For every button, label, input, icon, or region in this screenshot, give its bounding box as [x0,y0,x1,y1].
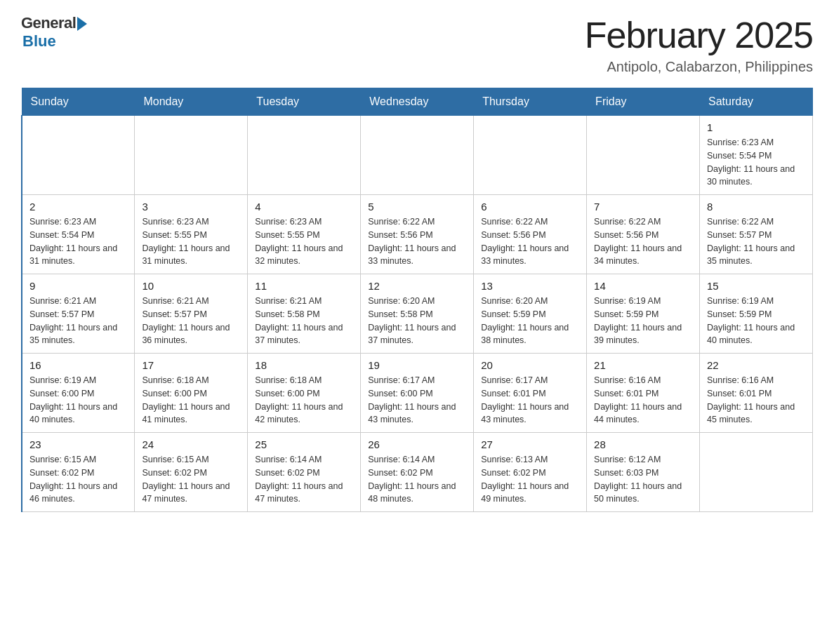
calendar-day-cell: 16Sunrise: 6:19 AMSunset: 6:00 PMDayligh… [22,354,135,433]
day-info: Sunrise: 6:21 AMSunset: 5:57 PMDaylight:… [142,295,240,347]
day-number: 26 [368,438,466,450]
calendar-day-cell [474,116,587,195]
day-info: Sunrise: 6:15 AMSunset: 6:02 PMDaylight:… [29,453,127,506]
day-number: 9 [29,280,127,292]
calendar-day-cell: 28Sunrise: 6:12 AMSunset: 6:03 PMDayligh… [587,433,700,512]
day-number: 6 [481,201,579,213]
calendar-week-row: 23Sunrise: 6:15 AMSunset: 6:02 PMDayligh… [22,433,813,512]
title-block: February 2025 Antipolo, Calabarzon, Phil… [585,14,813,75]
calendar-week-row: 1Sunrise: 6:23 AMSunset: 5:54 PMDaylight… [22,116,813,195]
day-info: Sunrise: 6:22 AMSunset: 5:56 PMDaylight:… [368,215,466,268]
calendar-day-cell [248,116,361,195]
calendar-subtitle: Antipolo, Calabarzon, Philippines [585,59,813,75]
logo-general-text: General [21,14,76,32]
day-info: Sunrise: 6:15 AMSunset: 6:02 PMDaylight:… [142,453,240,506]
day-info: Sunrise: 6:16 AMSunset: 6:01 PMDaylight:… [594,374,692,427]
day-number: 25 [255,438,353,450]
logo-arrow-icon [77,17,87,31]
day-number: 15 [707,280,805,292]
calendar-week-row: 16Sunrise: 6:19 AMSunset: 6:00 PMDayligh… [22,354,813,433]
calendar-day-cell: 27Sunrise: 6:13 AMSunset: 6:02 PMDayligh… [474,433,587,512]
day-info: Sunrise: 6:19 AMSunset: 6:00 PMDaylight:… [29,374,127,427]
day-number: 22 [707,359,805,371]
calendar-day-cell: 15Sunrise: 6:19 AMSunset: 5:59 PMDayligh… [700,274,813,354]
calendar-day-cell: 21Sunrise: 6:16 AMSunset: 6:01 PMDayligh… [587,354,700,433]
calendar-day-cell: 17Sunrise: 6:18 AMSunset: 6:00 PMDayligh… [135,354,248,433]
day-of-week-header: Friday [587,88,700,116]
day-number: 13 [481,280,579,292]
calendar-day-cell: 23Sunrise: 6:15 AMSunset: 6:02 PMDayligh… [22,433,135,512]
day-info: Sunrise: 6:23 AMSunset: 5:55 PMDaylight:… [255,215,353,268]
calendar-day-cell [700,433,813,512]
logo-blue-text: Blue [22,32,56,51]
page-header: General Blue February 2025 Antipolo, Cal… [21,14,813,75]
day-number: 20 [481,359,579,371]
logo: General Blue [21,14,87,51]
day-number: 18 [255,359,353,371]
calendar-header-row: SundayMondayTuesdayWednesdayThursdayFrid… [22,88,813,116]
day-info: Sunrise: 6:12 AMSunset: 6:03 PMDaylight:… [594,453,692,506]
calendar-table: SundayMondayTuesdayWednesdayThursdayFrid… [21,88,813,512]
day-number: 14 [594,280,692,292]
calendar-day-cell: 26Sunrise: 6:14 AMSunset: 6:02 PMDayligh… [361,433,474,512]
day-info: Sunrise: 6:21 AMSunset: 5:58 PMDaylight:… [255,295,353,347]
day-number: 2 [29,201,127,213]
day-of-week-header: Wednesday [361,88,474,116]
day-number: 5 [368,201,466,213]
calendar-day-cell: 9Sunrise: 6:21 AMSunset: 5:57 PMDaylight… [22,274,135,354]
day-number: 28 [594,438,692,450]
calendar-day-cell: 18Sunrise: 6:18 AMSunset: 6:00 PMDayligh… [248,354,361,433]
day-info: Sunrise: 6:14 AMSunset: 6:02 PMDaylight:… [255,453,353,506]
day-info: Sunrise: 6:22 AMSunset: 5:56 PMDaylight:… [481,215,579,268]
calendar-day-cell: 4Sunrise: 6:23 AMSunset: 5:55 PMDaylight… [248,195,361,274]
day-number: 17 [142,359,240,371]
calendar-week-row: 2Sunrise: 6:23 AMSunset: 5:54 PMDaylight… [22,195,813,274]
calendar-day-cell: 22Sunrise: 6:16 AMSunset: 6:01 PMDayligh… [700,354,813,433]
day-number: 24 [142,438,240,450]
day-number: 8 [707,201,805,213]
day-number: 27 [481,438,579,450]
calendar-day-cell: 24Sunrise: 6:15 AMSunset: 6:02 PMDayligh… [135,433,248,512]
day-number: 3 [142,201,240,213]
day-number: 4 [255,201,353,213]
day-of-week-header: Tuesday [248,88,361,116]
calendar-day-cell: 7Sunrise: 6:22 AMSunset: 5:56 PMDaylight… [587,195,700,274]
calendar-day-cell: 20Sunrise: 6:17 AMSunset: 6:01 PMDayligh… [474,354,587,433]
day-info: Sunrise: 6:23 AMSunset: 5:55 PMDaylight:… [142,215,240,268]
day-info: Sunrise: 6:16 AMSunset: 6:01 PMDaylight:… [707,374,805,427]
day-of-week-header: Saturday [700,88,813,116]
day-of-week-header: Thursday [474,88,587,116]
day-info: Sunrise: 6:19 AMSunset: 5:59 PMDaylight:… [707,295,805,347]
day-info: Sunrise: 6:17 AMSunset: 6:00 PMDaylight:… [368,374,466,427]
calendar-day-cell: 3Sunrise: 6:23 AMSunset: 5:55 PMDaylight… [135,195,248,274]
calendar-day-cell: 8Sunrise: 6:22 AMSunset: 5:57 PMDaylight… [700,195,813,274]
day-info: Sunrise: 6:20 AMSunset: 5:58 PMDaylight:… [368,295,466,347]
day-info: Sunrise: 6:18 AMSunset: 6:00 PMDaylight:… [255,374,353,427]
day-info: Sunrise: 6:14 AMSunset: 6:02 PMDaylight:… [368,453,466,506]
calendar-day-cell [135,116,248,195]
calendar-day-cell: 11Sunrise: 6:21 AMSunset: 5:58 PMDayligh… [248,274,361,354]
calendar-day-cell: 25Sunrise: 6:14 AMSunset: 6:02 PMDayligh… [248,433,361,512]
calendar-day-cell [587,116,700,195]
calendar-day-cell: 5Sunrise: 6:22 AMSunset: 5:56 PMDaylight… [361,195,474,274]
calendar-day-cell: 12Sunrise: 6:20 AMSunset: 5:58 PMDayligh… [361,274,474,354]
day-info: Sunrise: 6:22 AMSunset: 5:56 PMDaylight:… [594,215,692,268]
day-number: 16 [29,359,127,371]
day-number: 12 [368,280,466,292]
day-info: Sunrise: 6:21 AMSunset: 5:57 PMDaylight:… [29,295,127,347]
day-of-week-header: Sunday [22,88,135,116]
day-number: 7 [594,201,692,213]
calendar-week-row: 9Sunrise: 6:21 AMSunset: 5:57 PMDaylight… [22,274,813,354]
calendar-day-cell: 10Sunrise: 6:21 AMSunset: 5:57 PMDayligh… [135,274,248,354]
day-info: Sunrise: 6:23 AMSunset: 5:54 PMDaylight:… [707,136,805,189]
day-info: Sunrise: 6:19 AMSunset: 5:59 PMDaylight:… [594,295,692,347]
calendar-title: February 2025 [585,14,813,56]
calendar-day-cell: 14Sunrise: 6:19 AMSunset: 5:59 PMDayligh… [587,274,700,354]
calendar-day-cell: 19Sunrise: 6:17 AMSunset: 6:00 PMDayligh… [361,354,474,433]
calendar-day-cell: 6Sunrise: 6:22 AMSunset: 5:56 PMDaylight… [474,195,587,274]
day-info: Sunrise: 6:20 AMSunset: 5:59 PMDaylight:… [481,295,579,347]
day-number: 23 [29,438,127,450]
day-info: Sunrise: 6:13 AMSunset: 6:02 PMDaylight:… [481,453,579,506]
day-of-week-header: Monday [135,88,248,116]
calendar-day-cell [22,116,135,195]
